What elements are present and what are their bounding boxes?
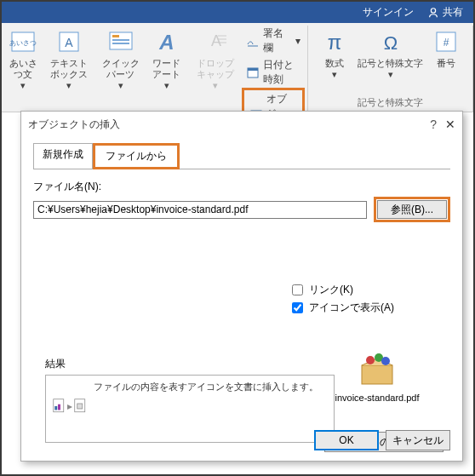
number-label: 番号 [437, 58, 455, 69]
icon-preview: invoice-standard.pdf [326, 353, 428, 403]
ribbon: あいさつ あいさつ文 ▾ A テキストボックス ▾ クイック パーツ ▾ A ワ… [2, 23, 473, 112]
datetime-button[interactable]: 日付と時刻 [243, 57, 304, 88]
greeting-button[interactable]: あいさつ あいさつ文 ▾ [5, 26, 41, 94]
quickparts-label: クイック パーツ [100, 58, 141, 80]
dropcap-icon: A [201, 27, 230, 56]
link-checkbox[interactable]: リンク(K) [289, 282, 450, 298]
result-section: 結果 ▸ ファイルの内容を表すアイコンを文書に挿入します。 [45, 357, 335, 443]
svg-text:π: π [328, 31, 342, 54]
quickparts-icon [106, 27, 135, 56]
datetime-label: 日付と時刻 [263, 58, 300, 87]
svg-text:A: A [65, 36, 73, 49]
svg-rect-28 [362, 365, 392, 384]
title-bar: サインイン 共有 [2, 2, 473, 23]
svg-text:Ω: Ω [383, 32, 397, 54]
share-label: 共有 [443, 5, 463, 20]
wordart-button[interactable]: A ワードアート ▾ [146, 26, 187, 94]
number-icon: # [432, 27, 461, 56]
svg-text:#: # [444, 37, 449, 49]
equation-icon: π [320, 27, 349, 56]
svg-rect-25 [58, 404, 60, 410]
svg-text:A: A [158, 31, 174, 54]
textbox-button[interactable]: A テキストボックス ▾ [43, 26, 94, 94]
signin-button[interactable]: サインイン [356, 2, 421, 23]
tab-from-file[interactable]: ファイルから [93, 143, 180, 169]
wordart-icon: A [152, 27, 181, 56]
filename-label: ファイル名(N): [33, 180, 450, 194]
textbox-label: テキストボックス [46, 58, 91, 80]
dialog-title: オブジェクトの挿入 [28, 118, 120, 132]
number-button[interactable]: # 番号 [428, 26, 464, 71]
result-icon: ▸ [53, 396, 87, 416]
textbox-icon: A [54, 27, 83, 56]
share-button[interactable]: 共有 [421, 2, 470, 23]
share-icon [427, 7, 439, 19]
as-icon-label: アイコンで表示(A) [309, 301, 394, 315]
result-text: ファイルの内容を表すアイコンを文書に挿入します。 [94, 381, 318, 393]
dropcap-button: A ドロップキャップ ▾ [189, 26, 241, 94]
svg-rect-27 [77, 404, 83, 409]
signature-button[interactable]: 署名欄 ▾ [243, 26, 304, 56]
svg-point-0 [431, 8, 435, 12]
filename-input[interactable] [33, 201, 367, 219]
equation-label: 数式 [325, 58, 344, 69]
preview-filename: invoice-standard.pdf [326, 393, 428, 403]
cancel-button[interactable]: キャンセル [386, 430, 450, 450]
quickparts-button[interactable]: クイック パーツ ▾ [96, 26, 145, 94]
equation-button[interactable]: π 数式 ▾ [317, 26, 352, 82]
package-icon [357, 353, 398, 387]
signature-icon [246, 34, 260, 48]
svg-text:A: A [211, 32, 221, 49]
svg-point-31 [381, 357, 390, 365]
symbols-group-label: 記号と特殊文字 [358, 95, 423, 112]
svg-rect-6 [112, 35, 119, 37]
tab-create-new[interactable]: 新規作成 [33, 143, 93, 169]
result-label: 結果 [45, 357, 335, 371]
svg-rect-24 [54, 406, 57, 410]
signature-label: 署名欄 [263, 26, 292, 55]
ok-button[interactable]: OK [314, 430, 379, 450]
wordart-label: ワードアート [150, 58, 184, 80]
svg-rect-16 [248, 68, 258, 71]
close-button[interactable]: ✕ [445, 118, 455, 131]
symbol-label: 記号と特殊文字 [358, 58, 423, 69]
link-label: リンク(K) [309, 283, 353, 297]
symbol-icon: Ω [376, 27, 405, 56]
insert-object-dialog: オブジェクトの挿入 ? ✕ 新規作成 ファイルから ファイル名(N): 参照(B… [20, 111, 463, 462]
svg-point-29 [366, 356, 375, 364]
greeting-label: あいさつ文 [9, 58, 37, 80]
svg-rect-8 [112, 43, 129, 44]
svg-text:あいさつ: あいさつ [9, 39, 37, 47]
help-button[interactable]: ? [430, 118, 437, 131]
as-icon-checkbox[interactable]: アイコンで表示(A) [289, 300, 450, 316]
dropcap-label: ドロップキャップ [192, 58, 238, 80]
datetime-icon [246, 66, 260, 79]
svg-rect-7 [112, 39, 129, 41]
symbol-button[interactable]: Ω 記号と特殊文字 ▾ [354, 26, 426, 82]
browse-button[interactable]: 参照(B)... [377, 200, 447, 219]
greeting-icon: あいさつ [9, 27, 37, 56]
